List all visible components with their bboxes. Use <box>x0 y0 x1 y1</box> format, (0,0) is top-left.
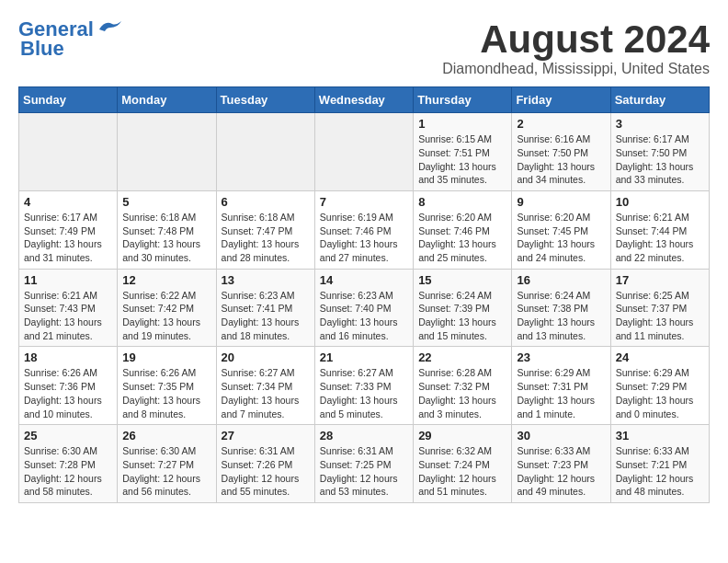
calendar-cell: 16Sunrise: 6:24 AMSunset: 7:38 PMDayligh… <box>512 269 610 347</box>
logo: General Blue <box>18 18 123 61</box>
day-info: Sunrise: 6:24 AMSunset: 7:39 PMDaylight:… <box>418 289 506 343</box>
day-number: 19 <box>122 350 210 364</box>
location: Diamondhead, Mississippi, United States <box>442 61 710 77</box>
calendar-cell: 3Sunrise: 6:17 AMSunset: 7:50 PMDaylight… <box>610 113 709 191</box>
day-info: Sunrise: 6:26 AMSunset: 7:35 PMDaylight:… <box>122 366 210 420</box>
day-number: 4 <box>24 195 112 209</box>
calendar-cell: 10Sunrise: 6:21 AMSunset: 7:44 PMDayligh… <box>610 190 709 269</box>
day-info: Sunrise: 6:21 AMSunset: 7:43 PMDaylight:… <box>24 289 112 343</box>
month-title: August 2024 <box>442 18 710 61</box>
calendar-cell: 17Sunrise: 6:25 AMSunset: 7:37 PMDayligh… <box>610 269 709 347</box>
day-info: Sunrise: 6:27 AMSunset: 7:34 PMDaylight:… <box>222 366 310 420</box>
day-info: Sunrise: 6:17 AMSunset: 7:49 PMDaylight:… <box>24 211 112 265</box>
calendar-cell: 8Sunrise: 6:20 AMSunset: 7:46 PMDaylight… <box>414 190 512 269</box>
calendar-cell: 25Sunrise: 6:30 AMSunset: 7:28 PMDayligh… <box>19 425 118 503</box>
day-number: 24 <box>616 350 704 364</box>
calendar-cell: 6Sunrise: 6:18 AMSunset: 7:47 PMDaylight… <box>216 190 314 269</box>
day-info: Sunrise: 6:26 AMSunset: 7:36 PMDaylight:… <box>24 366 112 420</box>
calendar-cell: 12Sunrise: 6:22 AMSunset: 7:42 PMDayligh… <box>118 269 216 347</box>
calendar-table: SundayMondayTuesdayWednesdayThursdayFrid… <box>18 86 710 503</box>
day-number: 12 <box>122 273 210 287</box>
calendar-body: 1Sunrise: 6:15 AMSunset: 7:51 PMDaylight… <box>19 113 710 503</box>
day-info: Sunrise: 6:28 AMSunset: 7:32 PMDaylight:… <box>418 366 506 420</box>
day-number: 15 <box>418 273 506 287</box>
day-number: 20 <box>222 350 310 364</box>
day-info: Sunrise: 6:27 AMSunset: 7:33 PMDaylight:… <box>320 366 408 420</box>
calendar-cell: 24Sunrise: 6:29 AMSunset: 7:29 PMDayligh… <box>610 347 709 425</box>
day-number: 7 <box>320 195 408 209</box>
calendar-cell: 15Sunrise: 6:24 AMSunset: 7:39 PMDayligh… <box>414 269 512 347</box>
day-info: Sunrise: 6:29 AMSunset: 7:29 PMDaylight:… <box>616 366 704 420</box>
day-number: 23 <box>517 350 605 364</box>
day-info: Sunrise: 6:15 AMSunset: 7:51 PMDaylight:… <box>418 132 506 187</box>
calendar-cell: 7Sunrise: 6:19 AMSunset: 7:46 PMDaylight… <box>314 190 413 269</box>
day-info: Sunrise: 6:24 AMSunset: 7:38 PMDaylight:… <box>517 289 605 343</box>
day-number: 28 <box>320 429 408 442</box>
week-row-3: 18Sunrise: 6:26 AMSunset: 7:36 PMDayligh… <box>19 347 710 425</box>
day-info: Sunrise: 6:20 AMSunset: 7:46 PMDaylight:… <box>418 211 506 265</box>
calendar-cell: 2Sunrise: 6:16 AMSunset: 7:50 PMDaylight… <box>512 113 610 191</box>
calendar-cell: 19Sunrise: 6:26 AMSunset: 7:35 PMDayligh… <box>118 347 216 425</box>
day-info: Sunrise: 6:33 AMSunset: 7:21 PMDaylight:… <box>616 444 704 499</box>
day-info: Sunrise: 6:32 AMSunset: 7:24 PMDaylight:… <box>418 444 506 499</box>
day-info: Sunrise: 6:29 AMSunset: 7:31 PMDaylight:… <box>517 366 605 420</box>
calendar-cell: 30Sunrise: 6:33 AMSunset: 7:23 PMDayligh… <box>512 425 610 503</box>
day-number: 2 <box>517 117 605 131</box>
day-number: 26 <box>122 429 210 442</box>
day-info: Sunrise: 6:16 AMSunset: 7:50 PMDaylight:… <box>517 132 605 187</box>
day-number: 1 <box>418 117 506 131</box>
day-info: Sunrise: 6:23 AMSunset: 7:41 PMDaylight:… <box>222 289 310 343</box>
calendar-cell: 13Sunrise: 6:23 AMSunset: 7:41 PMDayligh… <box>216 269 314 347</box>
day-number: 14 <box>320 273 408 287</box>
day-info: Sunrise: 6:18 AMSunset: 7:48 PMDaylight:… <box>122 211 210 265</box>
day-number: 17 <box>616 273 704 287</box>
calendar-cell <box>314 113 413 191</box>
day-info: Sunrise: 6:17 AMSunset: 7:50 PMDaylight:… <box>616 132 704 187</box>
day-number: 6 <box>222 195 310 209</box>
day-info: Sunrise: 6:30 AMSunset: 7:28 PMDaylight:… <box>24 444 112 499</box>
day-info: Sunrise: 6:19 AMSunset: 7:46 PMDaylight:… <box>320 211 408 265</box>
day-info: Sunrise: 6:20 AMSunset: 7:45 PMDaylight:… <box>517 211 605 265</box>
weekday-header-sunday: Sunday <box>19 87 118 113</box>
logo-bird-icon <box>97 18 123 40</box>
day-info: Sunrise: 6:22 AMSunset: 7:42 PMDaylight:… <box>122 289 210 343</box>
day-number: 21 <box>320 350 408 364</box>
logo-blue: Blue <box>20 37 64 61</box>
weekday-header-friday: Friday <box>512 87 610 113</box>
calendar-cell: 1Sunrise: 6:15 AMSunset: 7:51 PMDaylight… <box>414 113 512 191</box>
calendar-cell: 18Sunrise: 6:26 AMSunset: 7:36 PMDayligh… <box>19 347 118 425</box>
day-number: 9 <box>517 195 605 209</box>
day-number: 29 <box>418 429 506 442</box>
calendar-cell: 14Sunrise: 6:23 AMSunset: 7:40 PMDayligh… <box>314 269 413 347</box>
calendar-cell: 26Sunrise: 6:30 AMSunset: 7:27 PMDayligh… <box>118 425 216 503</box>
calendar-cell <box>118 113 216 191</box>
weekday-header-thursday: Thursday <box>414 87 512 113</box>
calendar-cell <box>19 113 118 191</box>
day-number: 13 <box>222 273 310 287</box>
day-info: Sunrise: 6:23 AMSunset: 7:40 PMDaylight:… <box>320 289 408 343</box>
week-row-2: 11Sunrise: 6:21 AMSunset: 7:43 PMDayligh… <box>19 269 710 347</box>
calendar-cell: 20Sunrise: 6:27 AMSunset: 7:34 PMDayligh… <box>216 347 314 425</box>
day-info: Sunrise: 6:31 AMSunset: 7:26 PMDaylight:… <box>222 444 310 499</box>
calendar-cell: 5Sunrise: 6:18 AMSunset: 7:48 PMDaylight… <box>118 190 216 269</box>
day-number: 31 <box>616 429 704 442</box>
calendar-cell: 4Sunrise: 6:17 AMSunset: 7:49 PMDaylight… <box>19 190 118 269</box>
day-number: 18 <box>24 350 112 364</box>
calendar-cell: 23Sunrise: 6:29 AMSunset: 7:31 PMDayligh… <box>512 347 610 425</box>
day-number: 11 <box>24 273 112 287</box>
weekday-row: SundayMondayTuesdayWednesdayThursdayFrid… <box>19 87 710 113</box>
day-number: 22 <box>418 350 506 364</box>
day-info: Sunrise: 6:25 AMSunset: 7:37 PMDaylight:… <box>616 289 704 343</box>
calendar-cell: 31Sunrise: 6:33 AMSunset: 7:21 PMDayligh… <box>610 425 709 503</box>
day-number: 30 <box>517 429 605 442</box>
day-info: Sunrise: 6:31 AMSunset: 7:25 PMDaylight:… <box>320 444 408 499</box>
day-number: 25 <box>24 429 112 442</box>
day-info: Sunrise: 6:18 AMSunset: 7:47 PMDaylight:… <box>222 211 310 265</box>
day-number: 10 <box>616 195 704 209</box>
day-info: Sunrise: 6:33 AMSunset: 7:23 PMDaylight:… <box>517 444 605 499</box>
day-number: 3 <box>616 117 704 131</box>
week-row-0: 1Sunrise: 6:15 AMSunset: 7:51 PMDaylight… <box>19 113 710 191</box>
day-info: Sunrise: 6:30 AMSunset: 7:27 PMDaylight:… <box>122 444 210 499</box>
page-header: General Blue August 2024 Diamondhead, Mi… <box>18 18 710 77</box>
calendar-cell: 28Sunrise: 6:31 AMSunset: 7:25 PMDayligh… <box>314 425 413 503</box>
